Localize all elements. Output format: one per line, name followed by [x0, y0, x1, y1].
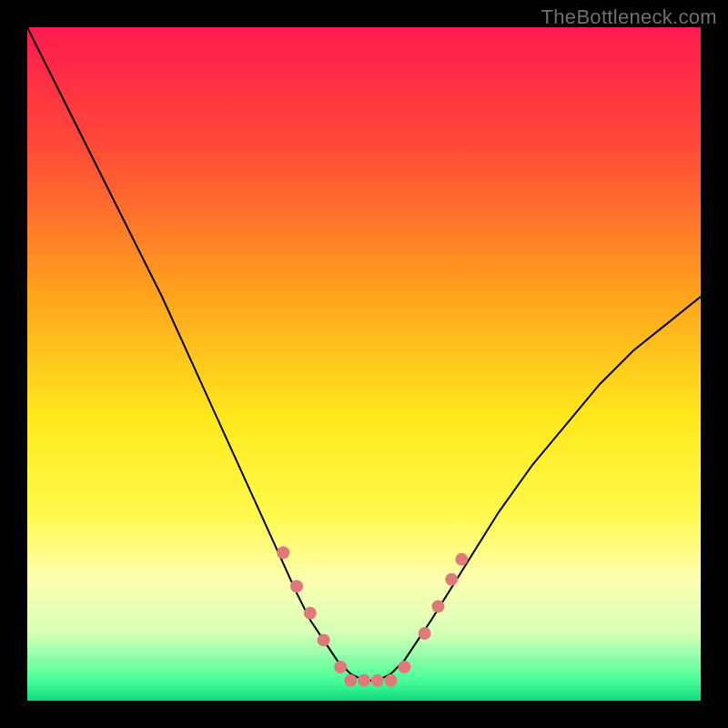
- marker-dot: [318, 633, 330, 646]
- marker-dot: [371, 674, 384, 687]
- marker-dot: [431, 600, 444, 612]
- marker-dot: [344, 674, 357, 687]
- gradient-background: [27, 27, 701, 701]
- marker-dot: [277, 546, 289, 559]
- marker-dot: [455, 553, 468, 566]
- marker-dot: [385, 674, 398, 687]
- marker-dot: [334, 661, 347, 673]
- marker-dot: [290, 580, 303, 592]
- plot-area: [27, 27, 701, 701]
- marker-dot: [419, 627, 431, 640]
- marker-dot: [358, 674, 370, 687]
- marker-dot: [304, 607, 317, 620]
- watermark-text: TheBottleneck.com: [541, 5, 717, 29]
- marker-dot: [445, 573, 458, 586]
- marker-dot: [398, 661, 410, 673]
- chart-svg: [27, 27, 701, 701]
